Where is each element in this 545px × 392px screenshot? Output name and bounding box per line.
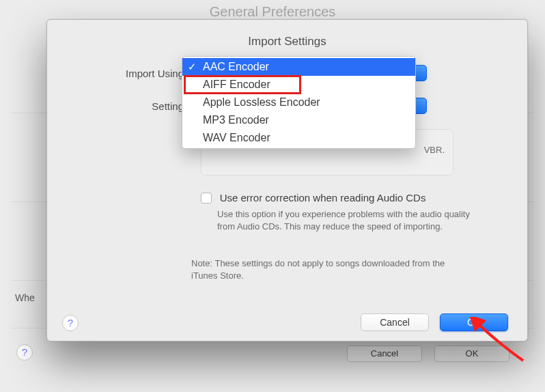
bg-cancel-button[interactable]: Cancel [347,346,422,362]
encoder-option-label: WAV Encoder [203,132,270,143]
bg-ok-button[interactable]: OK [434,346,509,362]
help-button[interactable]: ? [16,344,33,361]
encoder-option-label: AAC Encoder [203,61,269,72]
encoder-option-label: MP3 Encoder [203,114,269,126]
ok-button[interactable]: OK [440,313,508,331]
encoder-option[interactable]: WAV Encoder [182,129,415,147]
cancel-button[interactable]: Cancel [361,313,429,331]
bg-title: General Preferences [0,4,545,20]
encoder-option[interactable]: ✓AAC Encoder [182,58,415,76]
error-correction-desc: Use this option if you experience proble… [217,208,486,233]
vbr-label: VBR. [424,145,445,155]
encoder-option[interactable]: Apple Lossless Encoder [182,94,415,111]
modal-help-button[interactable]: ? [62,315,79,331]
encoder-option-label: AIFF Encoder [203,79,270,90]
import-using-label: Import Using [47,68,184,79]
bg-partial-label: Whe [15,292,35,303]
encoder-option-label: Apple Lossless Encoder [203,96,320,108]
modal-title: Import Settings [47,35,527,48]
setting-label: Setting [47,100,184,112]
error-correction-label: Use error correction when reading Audio … [220,192,426,204]
check-icon: ✓ [188,60,197,74]
encoder-dropdown[interactable]: ✓AAC EncoderAIFF EncoderApple Lossless E… [182,56,416,149]
encoder-option[interactable]: AIFF Encoder [182,76,415,94]
error-correction-row: Use error correction when reading Audio … [201,192,500,204]
encoder-option[interactable]: MP3 Encoder [182,111,415,129]
error-correction-checkbox[interactable] [201,193,212,204]
note-label: Note: These settings do not apply to son… [191,257,459,282]
